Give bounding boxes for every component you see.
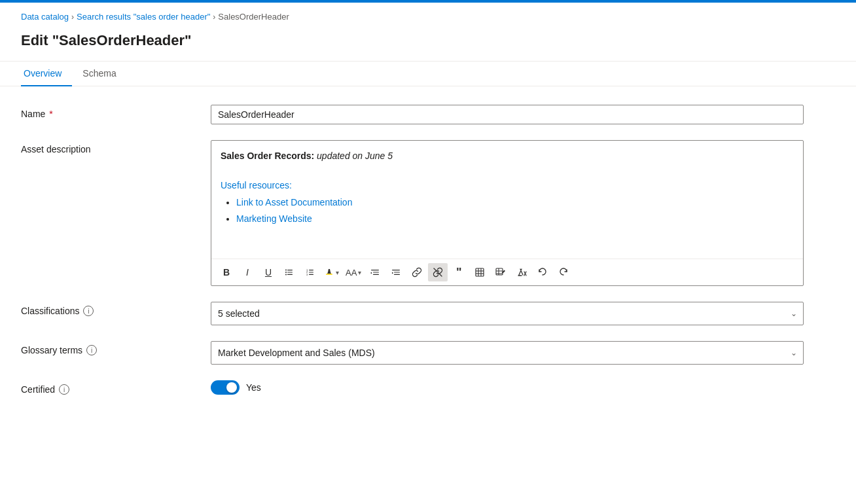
name-input[interactable] bbox=[211, 105, 804, 124]
name-label: Name * bbox=[21, 105, 211, 119]
asset-description-row: Asset description Sales Order Records: u… bbox=[21, 140, 804, 286]
editor-toolbar: B I U bbox=[211, 259, 803, 285]
certified-row: Certified i Yes bbox=[21, 380, 804, 395]
breadcrumb-data-catalog[interactable]: Data catalog bbox=[21, 12, 69, 22]
certified-info-icon[interactable]: i bbox=[59, 384, 69, 395]
classifications-row: Classifications i 5 selected ⌄ bbox=[21, 302, 804, 325]
bold-button[interactable]: B bbox=[217, 263, 236, 281]
breadcrumb-search-results[interactable]: Search results "sales order header" bbox=[77, 12, 210, 22]
ordered-list-button[interactable]: 1 2 3 bbox=[300, 263, 320, 281]
svg-rect-6 bbox=[309, 270, 313, 270]
underline-button[interactable]: U bbox=[259, 263, 278, 281]
table-edit-button[interactable] bbox=[491, 263, 510, 281]
classifications-value: 5 selected bbox=[218, 308, 260, 319]
toggle-thumb bbox=[226, 382, 237, 393]
font-size-dropdown[interactable]: AA ▾ bbox=[343, 263, 364, 281]
breadcrumb-sep-1: › bbox=[71, 12, 74, 22]
indent-increase-button[interactable] bbox=[386, 263, 406, 281]
classifications-select-wrapper: 5 selected ⌄ bbox=[211, 302, 804, 325]
svg-rect-2 bbox=[287, 274, 293, 275]
svg-rect-15 bbox=[373, 274, 379, 275]
link-asset-documentation[interactable]: Link to Asset Documentation bbox=[236, 197, 352, 207]
classifications-info-icon[interactable]: i bbox=[83, 306, 94, 316]
desc-useful-link: Useful resources: bbox=[221, 180, 292, 190]
breadcrumb: Data catalog › Search results "sales ord… bbox=[0, 3, 856, 28]
certified-toggle[interactable] bbox=[211, 380, 240, 395]
editor-content[interactable]: Sales Order Records: updated on June 5 U… bbox=[211, 141, 803, 259]
svg-rect-14 bbox=[373, 272, 379, 272]
glossary-terms-label: Glossary terms i bbox=[21, 341, 211, 355]
glossary-value: Market Development and Sales (MDS) bbox=[218, 348, 375, 358]
desc-bold: Sales Order Records: bbox=[221, 151, 314, 161]
page-title: Edit "SalesOrderHeader" bbox=[0, 28, 856, 61]
certified-toggle-label: Yes bbox=[246, 382, 261, 393]
glossary-terms-row: Glossary terms i Market Development and … bbox=[21, 341, 804, 365]
tab-overview[interactable]: Overview bbox=[21, 62, 72, 86]
unlink-button[interactable] bbox=[428, 263, 448, 281]
name-row: Name * bbox=[21, 105, 804, 124]
tab-schema[interactable]: Schema bbox=[80, 62, 126, 86]
certified-label: Certified i bbox=[21, 380, 211, 395]
tabs-container: Overview Schema bbox=[0, 62, 856, 86]
svg-point-3 bbox=[285, 270, 287, 271]
svg-rect-20 bbox=[476, 268, 484, 276]
glossary-select-wrapper: Market Development and Sales (MDS) ⌄ bbox=[211, 341, 804, 365]
link-marketing-website[interactable]: Marketing Website bbox=[236, 213, 312, 224]
clear-format-button[interactable] bbox=[512, 263, 531, 281]
certified-toggle-row: Yes bbox=[211, 380, 804, 395]
breadcrumb-current: SalesOrderHeader bbox=[218, 12, 289, 22]
svg-rect-16 bbox=[392, 270, 400, 270]
svg-rect-18 bbox=[394, 274, 400, 275]
classifications-label: Classifications i bbox=[21, 302, 211, 316]
classifications-control: 5 selected ⌄ bbox=[211, 302, 804, 325]
name-field-container bbox=[211, 105, 804, 124]
svg-text:3: 3 bbox=[306, 273, 308, 276]
unordered-list-button[interactable] bbox=[279, 263, 299, 281]
undo-button[interactable] bbox=[533, 263, 552, 281]
highlight-chevron: ▾ bbox=[336, 269, 339, 276]
svg-rect-8 bbox=[309, 274, 313, 275]
svg-rect-13 bbox=[371, 270, 379, 270]
font-size-chevron: ▾ bbox=[358, 269, 361, 276]
glossary-info-icon[interactable]: i bbox=[86, 345, 97, 355]
redo-button[interactable] bbox=[554, 263, 573, 281]
indent-decrease-button[interactable] bbox=[365, 263, 385, 281]
classifications-select[interactable]: 5 selected bbox=[211, 302, 804, 325]
table-button[interactable] bbox=[470, 263, 490, 281]
svg-point-5 bbox=[285, 274, 287, 275]
certified-control: Yes bbox=[211, 380, 804, 395]
svg-rect-17 bbox=[394, 272, 400, 272]
rich-editor-wrapper: Sales Order Records: updated on June 5 U… bbox=[211, 140, 804, 286]
svg-rect-7 bbox=[309, 272, 313, 272]
breadcrumb-sep-2: › bbox=[213, 12, 215, 22]
italic-button[interactable]: I bbox=[238, 263, 257, 281]
highlight-dropdown[interactable]: ▾ bbox=[321, 263, 342, 281]
rich-editor[interactable]: Sales Order Records: updated on June 5 U… bbox=[211, 140, 804, 286]
link-button[interactable] bbox=[407, 263, 427, 281]
svg-rect-0 bbox=[287, 270, 293, 270]
desc-italic: updated on June 5 bbox=[314, 151, 393, 161]
font-size-icon: AA bbox=[346, 268, 357, 278]
toggle-track bbox=[211, 380, 240, 395]
glossary-select[interactable]: Market Development and Sales (MDS) bbox=[211, 341, 804, 365]
asset-description-label: Asset description bbox=[21, 140, 211, 154]
svg-rect-12 bbox=[326, 274, 332, 275]
form-container: Name * Asset description Sales Order Rec… bbox=[0, 86, 825, 429]
required-indicator: * bbox=[49, 109, 52, 119]
quote-button[interactable]: " bbox=[449, 263, 469, 281]
svg-point-4 bbox=[285, 272, 287, 273]
glossary-terms-control: Market Development and Sales (MDS) ⌄ bbox=[211, 341, 804, 365]
highlight-icon bbox=[324, 266, 334, 279]
svg-rect-1 bbox=[287, 272, 293, 272]
